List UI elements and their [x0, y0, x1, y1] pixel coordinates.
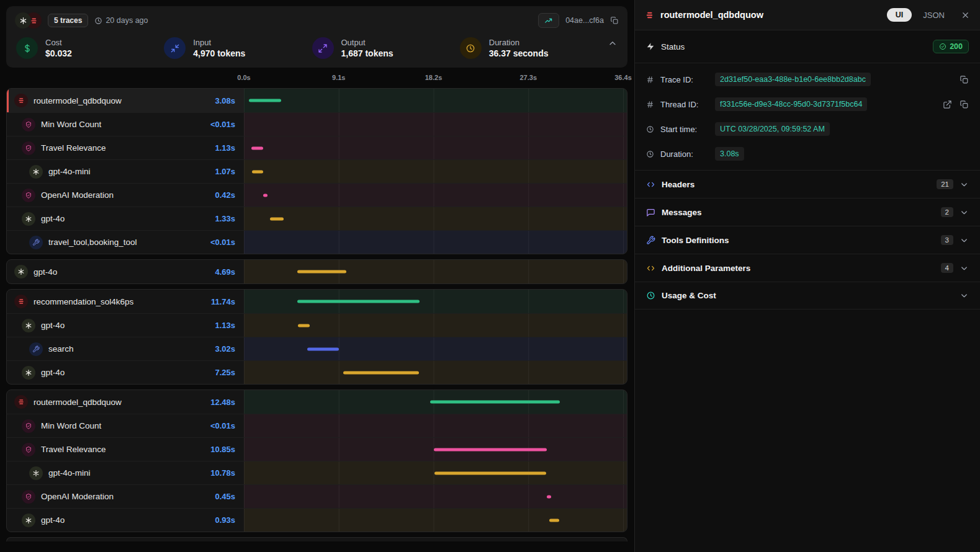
traces-count-badge: 5 traces — [48, 14, 88, 27]
section-messages[interactable]: Messages2 — [635, 198, 980, 226]
trace-row[interactable]: Min Word Count<0.01s — [7, 112, 627, 136]
trace-row-name: travel_tool,booking_tool — [48, 238, 137, 247]
trace-row-name: Min Word Count — [41, 120, 101, 129]
trace-row[interactable]: gpt-4o1.13s — [7, 313, 627, 337]
timeline-axis: 0.0s9.1s18.2s27.3s36.4s — [6, 73, 627, 84]
trace-row[interactable]: Travel Relevance10.85s — [7, 437, 627, 461]
trace-bar — [252, 170, 263, 173]
external-icon[interactable] — [943, 100, 952, 109]
trace-row-name: recommendation_sol4k6ps — [34, 297, 133, 306]
trace-row-label: routermodel_qdbdquow12.48s — [7, 390, 244, 414]
trace-row[interactable]: OpenAI Moderation0.45s — [7, 484, 627, 508]
status-label: Status — [661, 42, 685, 51]
trace-groups: routermodel_qdbdquow3.08sMin Word Count<… — [6, 88, 628, 532]
trace-row-label: Min Word Count<0.01s — [7, 414, 244, 437]
trace-row-duration: 0.93s — [215, 515, 244, 525]
chevron-down-icon[interactable] — [960, 208, 969, 217]
tools-icon — [646, 236, 655, 245]
trace-row-label: Travel Relevance10.85s — [7, 438, 244, 461]
trace-row-duration: 1.13s — [215, 321, 244, 330]
copy-icon[interactable] — [960, 100, 969, 109]
trace-row-timeline — [244, 89, 627, 112]
trace-row[interactable]: Travel Relevance1.13s — [7, 136, 627, 159]
stat-label: Cost — [45, 38, 72, 47]
section-headers[interactable]: Headers21 — [635, 170, 980, 198]
hash-icon — [646, 100, 654, 109]
detail-header: routermodel_qdbdquow UI JSON — [635, 0, 980, 30]
clock-icon — [646, 291, 655, 300]
trace-age-label: 20 days ago — [106, 16, 148, 25]
trace-row[interactable]: gpt-4o1.33s — [7, 207, 627, 230]
trace-group: routermodel_qdbdquow3.08sMin Word Count<… — [6, 88, 627, 254]
trace-row-duration: 4.69s — [215, 267, 244, 277]
trace-bar — [549, 519, 559, 522]
trace-row-duration: 7.25s — [215, 368, 244, 377]
code-icon — [646, 264, 655, 273]
trace-group: gpt-4o4.69s — [6, 259, 627, 284]
trace-row[interactable]: routermodel_qdbdquow3.08s — [7, 89, 627, 112]
tab-json[interactable]: JSON — [917, 8, 951, 22]
trace-bar — [434, 448, 547, 451]
close-icon[interactable] — [961, 11, 970, 20]
section-additional-parameters[interactable]: Additional Parameters4 — [635, 254, 980, 282]
trace-row-label: gpt-4o-mini10.78s — [7, 461, 244, 484]
detail-field-value: UTC 03/28/2025, 09:59:52 AM — [715, 122, 830, 136]
trace-row-timeline — [244, 184, 627, 207]
chevron-down-icon[interactable] — [960, 236, 969, 245]
dollar-icon — [16, 37, 38, 59]
trace-row[interactable]: gpt-4o0.93s — [7, 508, 627, 532]
shield-icon — [22, 490, 35, 504]
trend-chart-button[interactable] — [538, 13, 559, 28]
chevron-down-icon[interactable] — [960, 180, 969, 189]
trace-row[interactable]: travel_tool,booking_tool<0.01s — [7, 230, 627, 254]
stat-label: Duration — [489, 38, 549, 47]
clock-icon — [646, 125, 654, 133]
trace-row[interactable]: recommendation_sol4k6ps11.74s — [7, 290, 627, 313]
section-tools-definitions[interactable]: Tools Definitions3 — [635, 226, 980, 254]
check-circle-icon — [939, 43, 946, 50]
trace-row[interactable]: gpt-4o4.69s — [7, 260, 627, 283]
trace-row-label: OpenAI Moderation0.45s — [7, 485, 244, 508]
section-count-badge: 4 — [941, 263, 953, 273]
copy-icon[interactable] — [610, 16, 619, 25]
stat-output: Output1,687 tokens — [312, 37, 460, 59]
clock-icon — [646, 150, 654, 158]
trace-row[interactable]: search3.02s — [7, 337, 627, 360]
trace-row-name: gpt-4o — [41, 368, 65, 377]
trace-row[interactable]: Min Word Count<0.01s — [7, 414, 627, 437]
trace-age: 20 days ago — [94, 16, 148, 25]
tab-ui[interactable]: UI — [887, 8, 912, 22]
trace-row-name: Travel Relevance — [41, 445, 106, 454]
trace-bar — [430, 401, 560, 404]
bolt-icon — [646, 42, 655, 51]
trace-row[interactable]: routermodel_qdbdquow12.48s — [7, 390, 627, 414]
copy-icon[interactable] — [960, 75, 969, 84]
trace-row-timeline — [244, 361, 627, 384]
detail-field: Trace ID:2d31ef50-eaa3-488e-b1e0-6ee8bb2… — [635, 67, 980, 92]
trace-row[interactable]: OpenAI Moderation0.42s — [7, 183, 627, 207]
trace-row[interactable]: gpt-4o7.25s — [7, 360, 627, 384]
section-usage-cost[interactable]: Usage & Cost — [635, 282, 980, 309]
trace-row-timeline — [244, 160, 627, 183]
trace-row-timeline — [244, 207, 627, 230]
chevron-up-icon[interactable] — [608, 38, 618, 48]
section-label: Messages — [662, 208, 702, 217]
trace-row[interactable]: gpt-4o-mini1.07s — [7, 159, 627, 183]
section-label: Additional Parameters — [662, 264, 750, 273]
openai-icon — [14, 265, 28, 278]
axis-tick: 9.1s — [332, 74, 345, 81]
summary-stats: Cost$0.032Input4,970 tokensOutput1,687 t… — [6, 32, 627, 60]
section-count-badge: 3 — [941, 235, 953, 245]
chevron-down-icon[interactable] — [960, 291, 969, 300]
trace-group: routermodel_qdbdquow12.48sMin Word Count… — [6, 390, 627, 532]
trace-row-duration: 10.78s — [210, 468, 244, 478]
trace-bar — [263, 194, 267, 197]
trace-row[interactable]: gpt-4o-mini10.78s — [7, 461, 627, 484]
trace-row-label: recommendation_sol4k6ps11.74s — [7, 290, 244, 313]
trace-row-name: gpt-4o — [41, 515, 65, 525]
shield-icon — [22, 118, 35, 131]
trace-row-duration: 3.02s — [215, 344, 244, 354]
chevron-down-icon[interactable] — [960, 264, 969, 273]
stat-cost: Cost$0.032 — [16, 37, 164, 59]
trace-bar — [297, 300, 420, 303]
